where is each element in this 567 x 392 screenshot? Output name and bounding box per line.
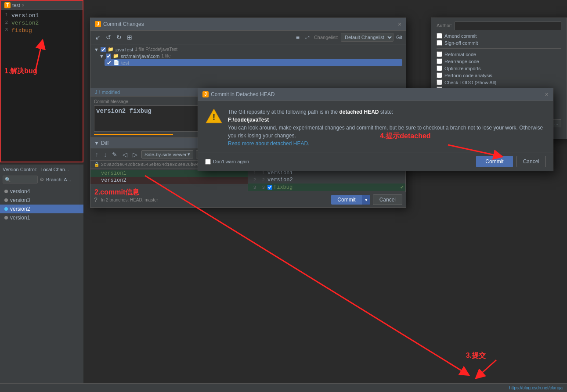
vc-search-input[interactable] (3, 176, 38, 183)
detached-commit-button[interactable]: Commit (476, 156, 513, 167)
tree-sub-detail: 1 file (162, 54, 171, 58)
changelist-section: ≡ ⇌ Changelist: Default Changelist Git (295, 33, 402, 42)
annotation-1: 1.解决bug (4, 67, 37, 76)
modified-text: modified (102, 90, 120, 95)
diff-viewer-label: Side-by-side viewer (144, 152, 187, 157)
detached-buttons: Commit Cancel (476, 156, 546, 167)
svg-text:!: ! (213, 112, 216, 122)
author-input[interactable] (455, 22, 561, 30)
detached-close-button[interactable]: × (545, 91, 549, 98)
amend-commit-checkbox[interactable] (437, 33, 442, 39)
branch-item-version4[interactable]: version4 (0, 187, 83, 196)
detached-title: J Commit in Detached HEAD (202, 91, 274, 97)
editor-line-3: 3 fixbug (1, 27, 83, 34)
detached-icon: J (202, 91, 209, 97)
commit-arrow-button[interactable]: ▾ (362, 195, 370, 205)
signoff-commit-row: Sign-off commit (437, 40, 561, 46)
tree-file-name: test (121, 60, 129, 65)
detached-cancel-button[interactable]: Cancel (516, 156, 546, 167)
commit-split-button[interactable]: Commit ▾ (331, 195, 370, 205)
tree-root-detail: 1 file F:\code\javaTest (135, 47, 177, 52)
divider-1 (437, 48, 561, 49)
detached-warning-text2: state: (380, 109, 393, 115)
annotation-3: 3.提交 (466, 351, 486, 360)
tree-checkbox-sub[interactable] (106, 54, 111, 59)
vc-tab-local[interactable]: Local Chan... (40, 167, 69, 172)
todo-row: Check TODO (Show All) (437, 79, 561, 85)
branch-dot-active (4, 207, 8, 211)
detached-path: F:\code\javaTest (228, 117, 269, 123)
branch-item-version3[interactable]: version3 (0, 196, 83, 205)
amend-commit-row: Amend commit (437, 33, 561, 39)
commit-dialog-close-button[interactable]: × (398, 21, 401, 28)
signoff-checkbox[interactable] (437, 40, 442, 46)
toolbar-btn-grid[interactable]: ⊞ (126, 33, 134, 41)
branch-dot (4, 216, 8, 219)
annotation-2: 2.commit信息 (94, 188, 139, 197)
diff-btn-back[interactable]: ◁ (121, 151, 129, 158)
diff-right-lines: 1 1 version1 2 2 version2 3 3 fixbug (248, 169, 405, 192)
diff-label: ▼ Diff (94, 140, 109, 146)
tree-checkbox-file[interactable] (106, 60, 112, 65)
tree-checkbox-root[interactable] (101, 47, 106, 52)
detached-title-text: Commit in Detached HEAD (211, 91, 274, 97)
rearrange-checkbox[interactable] (437, 58, 442, 64)
dont-warn-label: Don't warn again (213, 159, 249, 164)
dont-warn-checkbox[interactable] (205, 159, 211, 165)
diff-left-lines: version1 version2 (90, 169, 248, 185)
editor-tab-name: test (12, 3, 20, 8)
status-bar: https://blog.csdn.net/claroja (0, 383, 567, 392)
diff-right-line-2: 2 2 version2 (248, 176, 405, 183)
changelist-select[interactable]: Default Changelist (341, 33, 394, 42)
diff-line-checkbox-3[interactable] (267, 185, 272, 190)
reformat-checkbox[interactable] (437, 51, 442, 57)
toolbar-btn-redo[interactable]: ↻ (115, 33, 123, 41)
toolbar-btn-undo[interactable]: ↺ (105, 33, 112, 41)
editor-content: 1 version1 2 version2 3 fixbug (1, 10, 83, 36)
optimize-checkbox[interactable] (437, 65, 442, 71)
diff-line-left-2: version2 (90, 177, 248, 184)
reformat-row: Reformat code (437, 51, 561, 57)
tree-item-sub[interactable]: ▼ 📁 src\main\java\com 1 file (99, 53, 402, 59)
detached-link[interactable]: Read more about detached HEAD. (228, 140, 309, 147)
signoff-label: Sign-off commit (444, 40, 478, 46)
tree-root-name: javaTest (116, 47, 133, 52)
branch-dot (4, 190, 8, 193)
diff-btn-up[interactable]: ↑ (94, 151, 100, 158)
code-analysis-checkbox[interactable] (437, 72, 442, 78)
toolbar-btn-extra2[interactable]: ⇌ (303, 33, 311, 41)
editor-icon: T (4, 2, 11, 8)
branch-item-version1[interactable]: version1 (0, 213, 83, 222)
vc-header: Version Control: Local Chan... (0, 165, 83, 174)
tree-item-root[interactable]: ▼ 📁 javaTest 1 file F:\code\javaTest (94, 46, 402, 53)
toolbar-btn-move-down[interactable]: ↙ (94, 33, 102, 41)
diff-right-line-3: 3 3 fixbug ✔ (248, 183, 405, 191)
diff-right-arrow: ✔ (401, 184, 404, 191)
editor-tab[interactable]: T test × (1, 1, 83, 10)
diff-left-hash: 2c9a2d1e642dbc80545ebe24d1e8c3e926b04dee (101, 162, 206, 167)
editor-tab-close[interactable]: × (22, 3, 25, 8)
detached-body: ! The Git repository at the following pa… (198, 101, 553, 152)
cancel-button[interactable]: Cancel (373, 194, 402, 205)
toolbar-btn-extra1[interactable]: ≡ (295, 33, 301, 41)
gear-icon[interactable]: ⚙ (40, 176, 44, 183)
branch-item-version2[interactable]: version2 (0, 205, 83, 213)
annotation-4: 4.提示detached (380, 132, 431, 141)
status-bar-url[interactable]: https://blog.csdn.net/claroja (509, 385, 563, 390)
vc-title: Version Control: (3, 167, 37, 172)
dont-warn-row: Don't warn again (205, 159, 249, 165)
detached-warning-text1: The Git repository at the following path… (228, 109, 338, 115)
diff-btn-down[interactable]: ↓ (102, 151, 108, 158)
todo-checkbox[interactable] (437, 79, 442, 85)
diff-btn-fwd[interactable]: ▷ (131, 151, 139, 158)
code-analysis-row: Perform code analysis (437, 72, 561, 78)
commit-msg-underline (94, 134, 173, 135)
help-icon[interactable]: ? (94, 196, 98, 203)
editor-line-1: 1 version1 (1, 12, 83, 19)
file-tree: ▼ 📁 javaTest 1 file F:\code\javaTest ▼ 📁… (90, 44, 406, 88)
diff-btn-edit[interactable]: ✎ (111, 151, 119, 158)
tree-item-file[interactable]: 📄 test (105, 59, 402, 66)
commit-main-button[interactable]: Commit (331, 195, 361, 205)
diff-viewer-select[interactable]: Side-by-side viewer ▾ (141, 150, 193, 158)
detached-text: The Git repository at the following path… (228, 108, 546, 147)
